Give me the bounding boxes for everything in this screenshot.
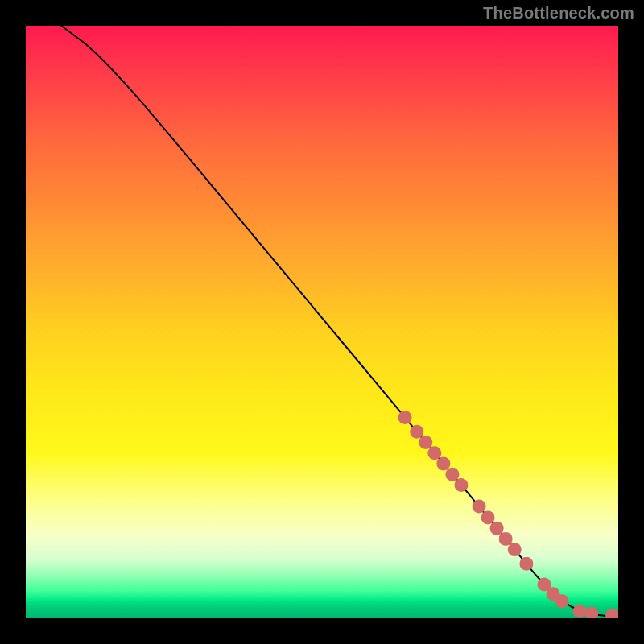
marker-dot xyxy=(436,456,450,470)
chart-container: TheBottleneck.com xyxy=(0,0,644,644)
marker-dot xyxy=(445,468,459,481)
marker-dot xyxy=(605,609,618,618)
marker-dot xyxy=(555,594,569,608)
marker-dot xyxy=(584,607,598,618)
marker-dot xyxy=(454,478,468,492)
marker-dot xyxy=(508,543,522,556)
marker-dots xyxy=(398,411,618,618)
attribution-watermark: TheBottleneck.com xyxy=(483,5,634,21)
curve-line xyxy=(61,26,618,616)
marker-dot xyxy=(398,411,412,424)
marker-dot xyxy=(519,557,533,571)
marker-dot xyxy=(419,436,432,449)
marker-dot xyxy=(427,446,441,460)
marker-dot xyxy=(481,510,495,524)
marker-dot xyxy=(499,532,513,546)
marker-dot xyxy=(410,425,423,439)
chart-overlay xyxy=(26,26,618,618)
curve-path xyxy=(61,26,618,616)
marker-dot xyxy=(490,522,504,535)
marker-dot xyxy=(473,499,486,513)
plot-area xyxy=(26,26,618,618)
marker-dot xyxy=(573,605,587,618)
